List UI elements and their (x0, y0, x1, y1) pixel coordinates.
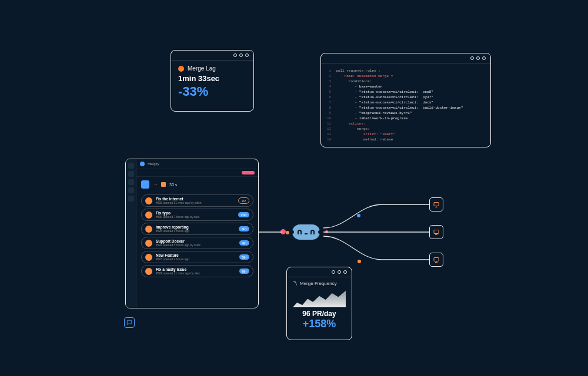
merge-frequency-value: 96 PR/day (293, 310, 346, 318)
sidebar (126, 159, 136, 308)
pr-title: Fix a nasty issue (156, 267, 236, 271)
merge-frequency-title: Merge Frequency (300, 281, 337, 286)
destination-icon (429, 197, 443, 212)
chat-icon[interactable] (124, 317, 135, 328)
logo-icon (140, 162, 145, 166)
merge-lag-percent: -33% (178, 84, 246, 99)
pr-item[interactable]: Fix the internet#533 opened 11 mins ago … (141, 194, 253, 207)
flag-icon (161, 182, 166, 187)
pr-item[interactable]: Improve reporting#528 opened 3 hours ago… (141, 223, 253, 235)
pr-title: Support Docker (156, 239, 236, 243)
pr-title: New Feature (156, 253, 236, 257)
merge-lag-time: 1min 33sec (178, 74, 246, 83)
pr-subtitle: #524 opened 5 hours ago by marc (156, 243, 236, 247)
avatar-icon (145, 212, 152, 219)
pr-title: Improve reporting (156, 225, 235, 229)
merge-frequency-card: 〽Merge Frequency 96 PR/day +158% (286, 267, 352, 340)
pr-rank-badge: 5th (239, 254, 250, 260)
pr-subtitle: #530 opened 7 hours ago by alex (156, 215, 235, 219)
merge-lag-title: Merge Lag (188, 65, 216, 72)
pr-rank-badge: 4th (239, 240, 250, 246)
pr-title: Fix the internet (156, 197, 235, 201)
action-button[interactable] (242, 171, 255, 174)
merge-lag-card: Merge Lag 1min 33sec -33% (171, 50, 254, 112)
merge-queue-card: Mergify → 30 s Fix the internet#533 open… (125, 159, 259, 308)
nav-icon[interactable] (128, 171, 134, 177)
code-block: pull_requests_rules : - name: automatic … (336, 68, 463, 142)
line-numbers: 1234567891011121314 (327, 68, 331, 142)
nav-icon[interactable] (128, 163, 134, 169)
svg-rect-2 (434, 258, 439, 261)
destination-icon (429, 225, 443, 239)
pr-subtitle: #533 opened 11 mins ago by julien (156, 201, 235, 204)
config-code-card: 1234567891011121314 pull_requests_rules … (320, 53, 491, 147)
window-controls (287, 267, 352, 277)
arrow-icon: → (153, 182, 158, 187)
queue-badge-icon (141, 180, 149, 189)
nav-icon[interactable] (128, 196, 134, 202)
window-controls (171, 51, 253, 61)
destination-icon (429, 253, 443, 267)
pr-rank-badge: 2/2 (238, 197, 249, 204)
gauge-icon (178, 66, 184, 72)
pr-item[interactable]: Support Docker#524 opened 5 hours ago by… (141, 237, 253, 249)
nav-icon[interactable] (128, 187, 134, 193)
pr-title: Fix typo (156, 211, 235, 215)
pr-rank-badge: 6th (239, 268, 250, 274)
avatar-icon (145, 197, 152, 204)
avatar-icon (145, 240, 152, 247)
nav-icon[interactable] (128, 179, 134, 185)
merge-frequency-percent: +158% (293, 318, 346, 330)
avatar-icon (145, 254, 152, 261)
pr-item[interactable]: New Feature#523 opened 2 hours ago5th (141, 251, 253, 263)
pr-rank-badge: 2nd (238, 212, 249, 217)
svg-rect-0 (434, 203, 439, 206)
pr-list: Fix the internet#533 opened 11 mins ago … (136, 192, 258, 280)
chart-icon: 〽 (293, 281, 298, 286)
pr-rank-badge: 3rd (239, 226, 249, 231)
avatar-icon (145, 268, 152, 275)
window-controls (321, 53, 490, 63)
pr-subtitle: #522 opened 11 mins ago by alex (156, 271, 236, 275)
pr-item[interactable]: Fix typo#530 opened 7 hours ago by alex2… (141, 209, 253, 221)
brand-name: Mergify (148, 162, 159, 166)
pr-item[interactable]: Fix a nasty issue#522 opened 11 mins ago… (141, 265, 253, 277)
queue-stat: 30 s (169, 183, 177, 187)
svg-rect-1 (434, 230, 439, 234)
avatar-icon (145, 226, 152, 233)
pr-subtitle: #528 opened 3 hours ago (156, 229, 235, 233)
connector-line (259, 197, 435, 267)
area-chart (293, 288, 346, 307)
pr-subtitle: #523 opened 2 hours ago (156, 257, 236, 261)
